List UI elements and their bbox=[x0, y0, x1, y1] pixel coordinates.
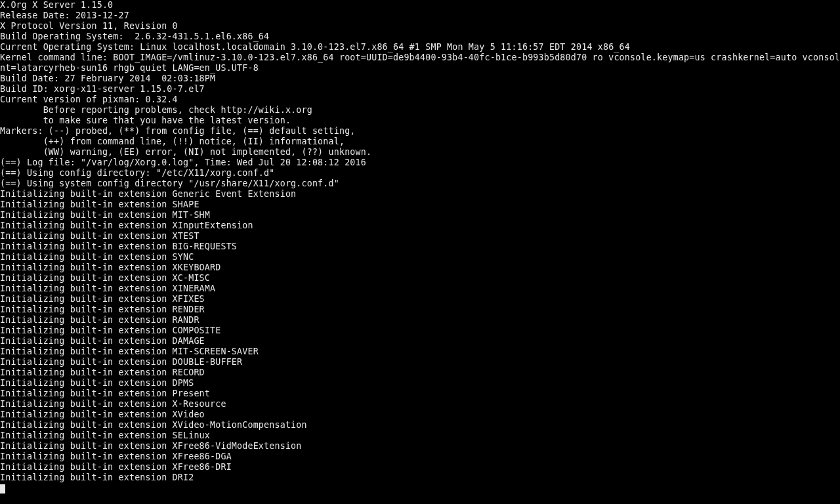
line-current-os: Current Operating System: Linux localhos… bbox=[0, 42, 630, 52]
extension-init-lines: Initializing built-in extension Generic … bbox=[0, 189, 307, 482]
xorg-console-output: X.Org X Server 1.15.0 Release Date: 2013… bbox=[0, 0, 840, 494]
line-logfile: (==) Log file: "/var/log/Xorg.0.log", Ti… bbox=[0, 158, 366, 167]
line-config-dir: (==) Using config directory: "/etc/X11/x… bbox=[0, 168, 274, 178]
line-server: X.Org X Server 1.15.0 bbox=[0, 0, 113, 10]
line-build-os: Build Operating System: 2.6.32-431.5.1.e… bbox=[0, 32, 269, 41]
line-markers-1: Markers: (--) probed, (**) from config f… bbox=[0, 126, 356, 136]
line-advice-2: to make sure that you have the latest ve… bbox=[0, 116, 291, 125]
line-advice-1: Before reporting problems, check http://… bbox=[0, 105, 312, 115]
line-markers-2: (++) from command line, (!!) notice, (II… bbox=[0, 136, 345, 146]
line-sys-config-dir: (==) Using system config directory "/usr… bbox=[0, 178, 339, 188]
line-kernel-cmd-2: nt=latarcyrheb-sun16 rhgb quiet LANG=en_… bbox=[0, 63, 259, 73]
line-build-date: Build Date: 27 February 2014 02:03:18PM bbox=[0, 74, 215, 83]
line-pixman: Current version of pixman: 0.32.4 bbox=[0, 94, 178, 104]
text-cursor bbox=[0, 484, 5, 494]
line-release-date: Release Date: 2013-12-27 bbox=[0, 10, 129, 20]
line-kernel-cmd-1: Kernel command line: BOOT_IMAGE=/vmlinuz… bbox=[0, 52, 840, 62]
line-build-id: Build ID: xorg-x11-server 1.15.0-7.el7 bbox=[0, 84, 205, 94]
line-markers-3: (WW) warning, (EE) error, (NI) not imple… bbox=[0, 147, 371, 157]
line-protocol: X Protocol Version 11, Revision 0 bbox=[0, 21, 178, 31]
